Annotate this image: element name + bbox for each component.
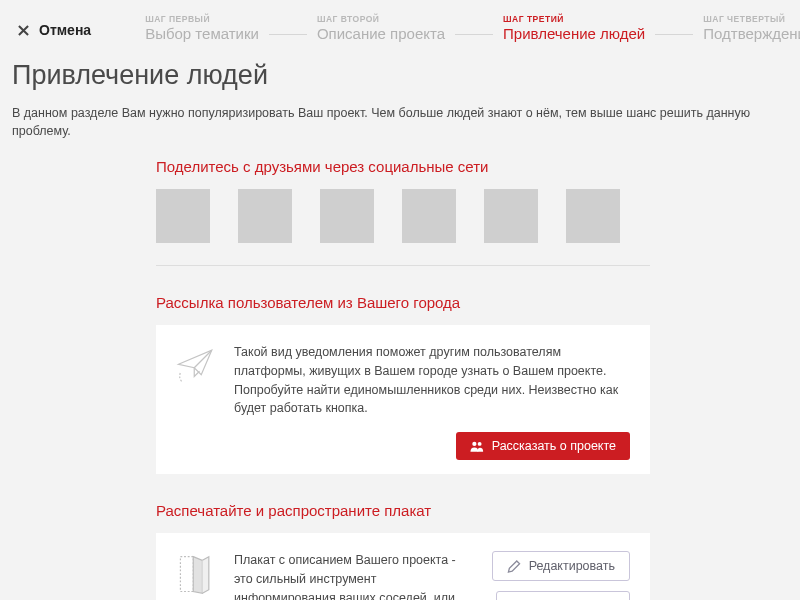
svg-point-0 bbox=[472, 441, 476, 445]
page-header: Привлечение людей В данном разделе Вам н… bbox=[0, 48, 800, 140]
paper-plane-icon bbox=[174, 343, 218, 460]
section-city-broadcast: Рассылка пользователем из Вашего города … bbox=[156, 294, 650, 474]
svg-rect-2 bbox=[180, 557, 193, 592]
section-poster: Распечатайте и распространите плакат Пла… bbox=[156, 502, 650, 600]
tell-about-project-button[interactable]: Рассказать о проекте bbox=[456, 432, 630, 460]
social-share-5[interactable] bbox=[484, 189, 538, 243]
poster-text: Плакат с описанием Вашего проекта - это … bbox=[234, 551, 456, 600]
broadcast-card: Такой вид уведомления поможет другим пол… bbox=[156, 325, 650, 474]
cancel-label: Отмена bbox=[39, 22, 91, 38]
pencil-icon bbox=[507, 560, 521, 573]
step-1[interactable]: ШАГ ПЕРВЫЙ Выбор тематики bbox=[145, 14, 259, 42]
step-separator bbox=[269, 34, 307, 35]
close-icon bbox=[18, 25, 29, 36]
step-caption: ШАГ ЧЕТВЕРТЫЙ bbox=[703, 14, 800, 24]
cancel-button[interactable]: Отмена bbox=[18, 14, 91, 38]
social-share-1[interactable] bbox=[156, 189, 210, 243]
poster-icon bbox=[174, 551, 218, 600]
broadcast-body: Такой вид уведомления поможет другим пол… bbox=[234, 343, 630, 460]
step-4[interactable]: ШАГ ЧЕТВЕРТЫЙ Подтверждение bbox=[703, 14, 800, 42]
section-heading: Рассылка пользователем из Вашего города bbox=[156, 294, 650, 311]
page-title: Привлечение людей bbox=[12, 60, 782, 91]
top-bar: Отмена ШАГ ПЕРВЫЙ Выбор тематики ШАГ ВТО… bbox=[0, 0, 800, 48]
step-2[interactable]: ШАГ ВТОРОЙ Описание проекта bbox=[317, 14, 445, 42]
page-description: В данном разделе Вам нужно популяризиров… bbox=[12, 105, 782, 140]
step-title: Описание проекта bbox=[317, 25, 445, 42]
social-share-2[interactable] bbox=[238, 189, 292, 243]
social-share-4[interactable] bbox=[402, 189, 456, 243]
broadcast-text: Такой вид уведомления поможет другим пол… bbox=[234, 343, 630, 418]
step-title: Выбор тематики bbox=[145, 25, 259, 42]
social-share-6[interactable] bbox=[566, 189, 620, 243]
step-3-active[interactable]: ШАГ ТРЕТИЙ Привлечение людей bbox=[503, 14, 645, 42]
step-separator bbox=[655, 34, 693, 35]
step-separator bbox=[455, 34, 493, 35]
button-label: Редактировать bbox=[529, 559, 615, 573]
download-poster-button[interactable]: Скачать bbox=[496, 591, 630, 600]
people-icon bbox=[470, 440, 484, 453]
step-title: Привлечение людей bbox=[503, 25, 645, 42]
wizard-steps: ШАГ ПЕРВЫЙ Выбор тематики ШАГ ВТОРОЙ Опи… bbox=[145, 14, 800, 42]
step-title: Подтверждение bbox=[703, 25, 800, 42]
section-social: Поделитесь с друзьями через социальные с… bbox=[156, 158, 650, 266]
poster-body: Плакат с описанием Вашего проекта - это … bbox=[234, 551, 464, 600]
social-buttons-row bbox=[156, 189, 650, 266]
step-caption: ШАГ ТРЕТИЙ bbox=[503, 14, 645, 24]
content-column: Поделитесь с друзьями через социальные с… bbox=[156, 158, 650, 600]
step-caption: ШАГ ПЕРВЫЙ bbox=[145, 14, 259, 24]
button-label: Рассказать о проекте bbox=[492, 439, 616, 453]
poster-card: Плакат с описанием Вашего проекта - это … bbox=[156, 533, 650, 600]
svg-point-1 bbox=[477, 441, 481, 445]
edit-poster-button[interactable]: Редактировать bbox=[492, 551, 630, 581]
section-heading: Поделитесь с друзьями через социальные с… bbox=[156, 158, 650, 175]
social-share-3[interactable] bbox=[320, 189, 374, 243]
section-heading: Распечатайте и распространите плакат bbox=[156, 502, 650, 519]
poster-actions: Редактировать Скачать bbox=[480, 551, 630, 600]
step-caption: ШАГ ВТОРОЙ bbox=[317, 14, 445, 24]
